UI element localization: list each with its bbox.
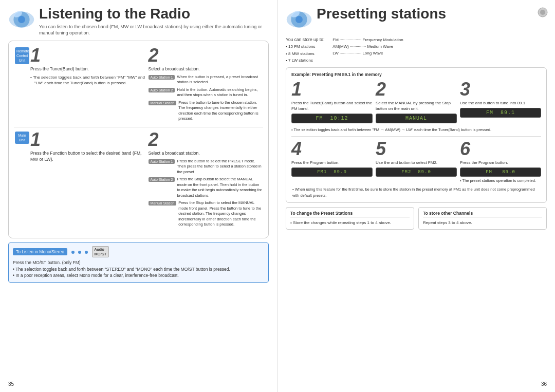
right-screen3: FM 89.1 [460, 108, 541, 118]
footer-title-row: To Listen in Mono/Stereo Audio MO/ST [13, 246, 264, 257]
main-label-col: Main Unit [14, 130, 30, 230]
footer-line1: Press the MO/ST button. (only FM) [13, 259, 264, 266]
right-step6: 6 Press the Program button. FM 89.0 • Th… [460, 140, 541, 184]
right-step4-number: 4 [291, 140, 373, 158]
right-screen2: MANUAL [376, 114, 457, 123]
main-label: Main Unit [15, 132, 29, 144]
svg-point-9 [540, 10, 545, 15]
right-step4: 4 Press the Program button. FM1 89.0 [291, 140, 373, 184]
main-substep1-badge: Auto Station 1 [149, 159, 175, 164]
right-step5: 5 Use the and button to select FM2. FM2 … [376, 140, 457, 184]
dot2 [78, 251, 81, 254]
left-header-text: Listening to the Radio You can listen to… [39, 6, 269, 36]
main-step1: 1 Press the Function button to select th… [30, 130, 145, 230]
right-step4-desc: Press the Program button. [291, 160, 373, 165]
remote-substep-2: Auto Station 2 Hold in the button. Autom… [149, 87, 264, 98]
remote-substep1-text: When the button is pressed, a preset bro… [177, 74, 263, 85]
right-header: Presetting stations [286, 6, 547, 33]
remote-label-col: Remote Control Unit [14, 46, 30, 124]
main-substep-1: Auto Station 1 Press the button to selec… [149, 159, 264, 175]
right-corner-icon [538, 7, 548, 17]
right-step6-note: • The preset stations operation is compl… [460, 178, 541, 184]
station-3: • 7 LW stations [286, 57, 324, 64]
station-2: • 8 MW stations [286, 50, 324, 58]
main-substep2-badge: Auto Station 2 [149, 177, 175, 182]
left-page-title: Listening to the Radio [39, 6, 269, 22]
right-step1: 1 Press the Tuner(Band) button and selec… [291, 80, 373, 125]
main-section: Main Unit 1 Press the Function button to… [14, 130, 263, 230]
when-note-text: • When using this feature for the first … [292, 186, 540, 198]
remote-substep-3: Manual Station Press the button to tune … [149, 100, 264, 122]
right-step5-number: 5 [376, 140, 457, 158]
toggle-note: • The selection toggles back and forth b… [291, 127, 541, 133]
remote-substep3-badge: Manual Station [149, 101, 177, 105]
example-box: Example: Presetting FM 89.1 in the memor… [286, 67, 547, 203]
footer-button-label: MO/ST [95, 252, 107, 256]
main-content: 1 Press the Function button to select th… [30, 130, 263, 230]
footer-button-badge: Audio MO/ST [92, 246, 109, 257]
steps-top-row: 1 Press the Tuner(Band) button and selec… [291, 80, 541, 125]
left-header-icon [8, 6, 35, 33]
remote-steps-row: 1 Press the Tuner(Band) button. • The se… [30, 46, 263, 124]
bottom-box-right-title: To store other Channels [423, 211, 542, 218]
left-header: Listening to the Radio You can listen to… [8, 6, 269, 36]
left-page: Listening to the Radio You can listen to… [0, 0, 278, 392]
right-screen4: FM1 89.0 [291, 167, 373, 177]
main-step1-desc: Press the Function button to select the … [30, 151, 145, 163]
example-title: Example: Presetting FM 89.1 in the memor… [291, 72, 541, 77]
footer-dots [70, 249, 89, 254]
right-page: Presetting stations You can store up to:… [278, 0, 555, 392]
main-step2: 2 Select a broadcast station. Auto Stati… [149, 130, 264, 230]
main-step2-desc: Select a broadcast station. [149, 151, 264, 157]
right-step6-desc: Press the Program button. [460, 160, 541, 165]
footer-title: To Listen in Mono/Stereo [13, 248, 67, 255]
left-footer: To Listen in Mono/Stereo Audio MO/ST Pre… [8, 242, 269, 283]
station-1: • 15 FM stations [286, 43, 324, 50]
remote-substep1-badge: Auto Station 1 [149, 75, 175, 80]
footer-bullet2: • In a poor reception areas, select Mono… [13, 272, 264, 279]
remote-substep3-text: Press the button to tune to the chosen s… [178, 100, 263, 122]
right-header-text: Presetting stations [317, 6, 446, 22]
remote-content: 1 Press the Tuner(Band) button. • The se… [30, 46, 263, 124]
remote-label: Remote Control Unit [15, 47, 29, 64]
right-step5-desc: Use the and button to select FM2. [376, 160, 457, 165]
right-step2: 2 Select the MANUAL by pressing the Stop… [376, 80, 457, 125]
right-header-icon [286, 6, 312, 33]
right-step2-desc: Select the MANUAL by pressing the Stop b… [376, 100, 457, 111]
main-substep-3: Manual Station Press the Stop button to … [149, 200, 264, 228]
stations-info: You can store up to: • 15 FM stations • … [286, 37, 324, 64]
right-step3: 3 Use the and button to tune into 89.1 F… [460, 80, 541, 125]
right-step6-number: 6 [460, 140, 541, 158]
fm-info-1: FM ··················· Frequency Modulat… [332, 37, 403, 44]
remote-step1: 1 Press the Tuner(Band) button. • The se… [30, 46, 145, 124]
remote-substep2-badge: Auto Station 2 [149, 88, 175, 92]
footer-bullet1: • The selection toggles back and forth b… [13, 266, 264, 273]
station-list: • 15 FM stations • 8 MW stations • 7 LW … [286, 43, 324, 64]
main-substep3-badge: Manual Station [149, 201, 177, 206]
svg-point-6 [295, 16, 303, 23]
right-step2-number: 2 [376, 80, 457, 99]
remote-step1-desc: Press the Tuner(Band) button. [30, 66, 145, 72]
remote-substep2-text: Hold in the button. Automatic searching … [177, 87, 263, 98]
when-note-block: • When using this feature for the first … [291, 186, 541, 198]
main-substep1-text: Press the button to select the PRESET mo… [177, 159, 263, 175]
dot3 [85, 251, 88, 254]
main-substep2-text: Press the Stop button to select the MANU… [177, 177, 263, 198]
right-screen1: FM 10:12 [291, 114, 373, 123]
remote-step2-number: 2 [149, 46, 264, 65]
steps-bottom-row: 4 Press the Program button. FM1 89.0 5 U… [291, 140, 541, 184]
remote-step2: 2 Select a broadcast station. Auto Stati… [149, 46, 264, 124]
bottom-box-left: To change the Preset Stations • Store th… [286, 207, 414, 230]
bottom-boxes: To change the Preset Stations • Store th… [286, 207, 547, 230]
main-steps-row: 1 Press the Function button to select th… [30, 130, 263, 230]
remote-step1-bullet: • The selection toggles back and forth b… [30, 74, 145, 86]
fm-info-col: FM ··················· Frequency Modulat… [332, 37, 403, 64]
dot1 [71, 251, 75, 254]
steps-divider [291, 136, 541, 137]
right-step3-number: 3 [460, 80, 541, 99]
right-meta-row: You can store up to: • 15 FM stations • … [286, 37, 547, 64]
main-substep-2: Auto Station 2 Press the Stop button to … [149, 177, 264, 198]
bottom-box-left-text: • Store the changes while repeating step… [290, 220, 410, 226]
section-divider [14, 127, 263, 127]
svg-point-2 [18, 16, 25, 23]
